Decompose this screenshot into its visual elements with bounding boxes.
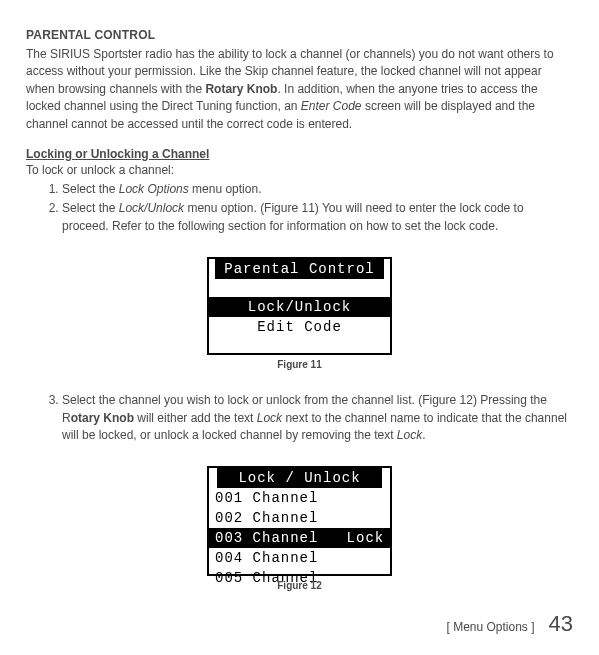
step-text: Select the <box>62 201 119 215</box>
figure-12: Lock / Unlock 001 Channel 002 Channel 00… <box>26 466 573 591</box>
figure-11: Parental Control Lock/Unlock Edit Code F… <box>26 257 573 370</box>
page-number: 43 <box>549 611 573 637</box>
lcd-line: Edit Code <box>209 317 390 337</box>
step-text: will either add the text <box>134 411 257 425</box>
step-text: menu option. <box>189 182 262 196</box>
steps-list-cont: Select the channel you wish to lock or u… <box>26 392 573 444</box>
lcd-row: 001 Channel <box>209 488 390 508</box>
step-2: Select the Lock/Unlock menu option. (Fig… <box>62 200 573 235</box>
parental-control-heading: PARENTAL CONTROL <box>26 28 573 42</box>
rotary-knob-text: otary Knob <box>71 411 134 425</box>
lcd-title: Lock / Unlock <box>217 468 382 488</box>
footer-section-label: [ Menu Options ] <box>446 620 534 634</box>
lcd-title: Parental Control <box>215 259 384 279</box>
locking-channel-heading: Locking or Unlocking a Channel <box>26 147 573 161</box>
lock-options-text: Lock Options <box>119 182 189 196</box>
page-footer: [ Menu Options ] 43 <box>446 611 573 637</box>
rotary-knob-text: Rotary Knob <box>205 82 277 96</box>
lcd-row-selected: 003 Channel Lock <box>209 528 390 548</box>
step-text: Select the <box>62 182 119 196</box>
lcd-screen-parental-control: Parental Control Lock/Unlock Edit Code <box>207 257 392 355</box>
step-text: . <box>422 428 425 442</box>
lcd-row: 004 Channel <box>209 548 390 568</box>
lcd-line-selected: Lock/Unlock <box>209 297 390 317</box>
figure-caption: Figure 11 <box>277 359 321 370</box>
intro-paragraph: The SIRIUS Sportster radio has the abili… <box>26 46 573 133</box>
lcd-blank <box>209 279 390 297</box>
steps-list: Select the Lock Options menu option. Sel… <box>26 181 573 235</box>
step-1: Select the Lock Options menu option. <box>62 181 573 198</box>
lcd-row: 002 Channel <box>209 508 390 528</box>
lock-unlock-text: Lock/Unlock <box>119 201 184 215</box>
lock-text: Lock <box>257 411 282 425</box>
lcd-screen-lock-unlock: Lock / Unlock 001 Channel 002 Channel 00… <box>207 466 392 576</box>
enter-code-text: Enter Code <box>301 99 362 113</box>
step-3: Select the channel you wish to lock or u… <box>62 392 573 444</box>
lead-text: To lock or unlock a channel: <box>26 163 573 177</box>
lock-text: Lock <box>397 428 422 442</box>
figure-caption: Figure 12 <box>277 580 321 591</box>
